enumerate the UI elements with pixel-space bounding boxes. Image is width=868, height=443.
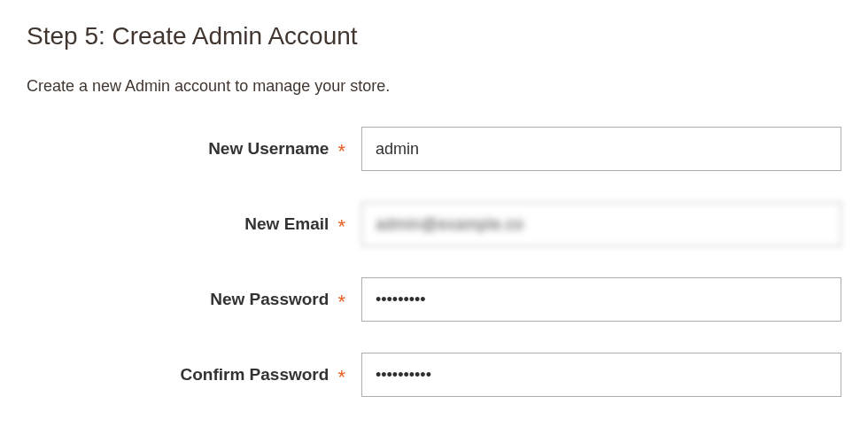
required-mark-icon: * [337,142,345,161]
username-label-group: New Username * [27,139,361,159]
page-title: Step 5: Create Admin Account [27,22,841,51]
required-mark-icon: * [337,292,345,312]
password-input[interactable] [361,277,841,322]
page-description: Create a new Admin account to manage you… [27,77,841,96]
username-label: New Username [208,139,329,159]
username-input[interactable] [361,127,841,171]
password-label-group: New Password * [27,290,361,309]
password-row: New Password * [27,277,841,322]
email-label: New Email [244,214,329,234]
confirm-password-input[interactable] [361,353,841,397]
email-label-group: New Email * [27,214,361,234]
email-input[interactable] [361,202,841,246]
confirm-password-row: Confirm Password * [27,353,841,397]
confirm-password-label: Confirm Password [181,365,329,385]
required-mark-icon: * [337,368,345,387]
email-row: New Email * [27,202,841,246]
confirm-password-label-group: Confirm Password * [27,365,361,385]
password-label: New Password [210,290,329,309]
required-mark-icon: * [337,217,345,237]
username-row: New Username * [27,127,841,171]
